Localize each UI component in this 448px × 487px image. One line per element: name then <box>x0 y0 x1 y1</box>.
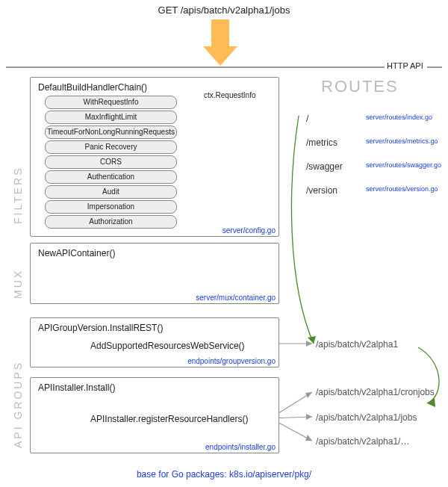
group-source: endpoints/groupversion.go <box>187 357 276 365</box>
svg-marker-10 <box>305 392 312 398</box>
mux-box: NewAPIContainer() server/mux/container.g… <box>30 243 279 304</box>
installer-call: APIInstaller.registerResourceHandlers() <box>90 414 248 424</box>
route-file: server/routes/metrics.go <box>366 137 438 145</box>
filter-item: TimeoutForNonLongRunningRequests <box>45 125 177 139</box>
filter-item: Impersonation <box>45 200 177 214</box>
filter-item: Panic Recovery <box>45 140 177 154</box>
installer-title: APIInstaller.Install() <box>38 382 115 393</box>
route-row: /swagger server/routes/swagger.go <box>306 161 441 173</box>
installer-endpoint: /apis/batch/v2alpha1/cronjobs <box>316 387 435 397</box>
section-filters-label: FILTERS <box>12 112 24 224</box>
footer-note: base for Go packages: k8s.io/apiserver/p… <box>0 469 448 480</box>
mux-source: server/mux/container.go <box>196 294 276 302</box>
filter-item: Authentication <box>45 170 177 184</box>
group-call: AddSupportedResourcesWebService() <box>90 341 245 351</box>
route-path: / <box>306 114 308 124</box>
route-row: /version server/routes/version.go <box>306 185 441 197</box>
route-path: /version <box>306 185 337 196</box>
installer-endpoint: /apis/batch/v2alpha1/jobs <box>316 412 417 423</box>
route-row: / server/routes/index.go <box>306 114 441 125</box>
group-endpoint: /apis/batch/v2alpha1 <box>316 339 398 350</box>
svg-marker-8 <box>306 341 312 347</box>
svg-marker-12 <box>306 414 312 420</box>
filter-item: Audit <box>45 185 177 199</box>
installer-box: APIInstaller.Install() APIInstaller.regi… <box>30 377 279 453</box>
mux-title: NewAPIContainer() <box>38 248 115 258</box>
group-title: APIGroupVersion.InstallREST() <box>38 323 163 333</box>
svg-marker-3 <box>203 46 237 66</box>
installer-source: endpoints/installer.go <box>205 443 276 451</box>
ctx-label: ctx.RequestInfo <box>204 91 255 99</box>
http-api-label: HTTP API <box>387 61 423 70</box>
route-file: server/routes/swagger.go <box>366 161 441 169</box>
filter-item: WithRequestInfo <box>45 96 177 109</box>
route-file: server/routes/index.go <box>366 114 432 121</box>
section-mux-label: MUX <box>12 254 24 299</box>
route-row: /metrics server/routes/metrics.go <box>306 137 441 149</box>
svg-marker-14 <box>305 435 312 441</box>
filter-item: Authorization <box>45 215 177 229</box>
svg-rect-2 <box>211 19 229 48</box>
filters-title: DefaultBuildHandlerChain() <box>38 82 147 93</box>
route-path: /metrics <box>306 137 337 148</box>
route-path: /swagger <box>306 161 343 172</box>
installer-endpoint: /apis/batch/v2alpha1/… <box>316 436 409 447</box>
request-line: GET /apis/batch/v2alpha1/jobs <box>0 4 448 16</box>
route-file: server/routes/version.go <box>366 185 438 193</box>
filter-item: CORS <box>45 155 177 169</box>
routes-heading: ROUTES <box>321 77 399 96</box>
filter-item: MaxInflightLimit <box>45 111 177 124</box>
filters-source: server/config.go <box>223 226 276 235</box>
section-api-groups-label: API GROUPS <box>12 329 24 448</box>
svg-marker-6 <box>427 398 435 407</box>
svg-marker-5 <box>308 336 316 344</box>
group-box: APIGroupVersion.InstallREST() AddSupport… <box>30 317 279 367</box>
